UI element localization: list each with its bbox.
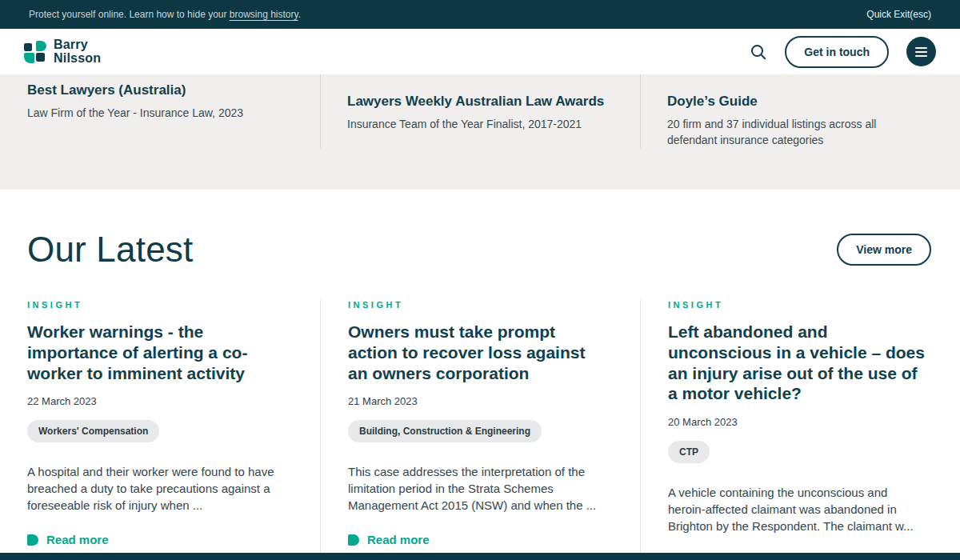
award-subtitle: Law Firm of the Year - Insurance Law, 20… [27,106,267,122]
privacy-message: Protect yourself online. Learn how to hi… [29,9,301,20]
bn-mark-icon [348,534,359,546]
article-title-link[interactable]: Left abandoned and unconscious in a vehi… [668,322,926,404]
article-tag[interactable]: CTP [668,441,710,463]
articles-row: INSIGHT Worker warnings - the importance… [0,300,960,560]
article-date: 21 March 2023 [348,395,606,407]
read-more-label: Read more [367,533,430,546]
award-item: Doyle’s Guide 20 firm and 37 individual … [640,74,960,190]
hamburger-menu-button[interactable] [906,37,936,66]
article-card: INSIGHT Owners must take prompt action t… [320,300,640,560]
header-actions: Get in touch [750,36,936,68]
article-excerpt: This case addresses the interpretation o… [348,463,604,514]
award-subtitle: Insurance Team of the Year Finalist, 201… [347,117,587,133]
read-more-link[interactable]: Read more [348,533,606,546]
article-kicker: INSIGHT [348,300,606,310]
article-title-link[interactable]: Owners must take prompt action to recove… [348,322,606,383]
article-title-link[interactable]: Worker warnings - the importance of aler… [27,322,286,383]
get-in-touch-button[interactable]: Get in touch [785,36,889,68]
award-title: Lawyers Weekly Australian Law Awards [347,94,608,110]
article-card: INSIGHT Left abandoned and unconscious i… [640,300,960,560]
read-more-label: Read more [46,533,109,546]
brand-name: Barry Nilsson [54,38,101,66]
awards-strip: Best Lawyers (Australia) Law Firm of the… [0,74,960,190]
article-excerpt: A hospital and their worker were found t… [27,463,283,514]
award-item: Lawyers Weekly Australian Law Awards Ins… [320,74,640,190]
privacy-message-suffix: . [298,9,301,20]
hamburger-icon [915,47,927,49]
article-kicker: INSIGHT [668,300,926,310]
article-card: INSIGHT Worker warnings - the importance… [0,300,320,560]
our-latest-section: Our Latest View more INSIGHT Worker warn… [0,190,960,560]
article-tag[interactable]: Building, Construction & Engineering [348,420,542,442]
bn-mark-icon [27,534,38,546]
site-header: Barry Nilsson Get in touch [0,29,960,74]
utility-bar: Protect yourself online. Learn how to hi… [0,0,960,29]
article-excerpt: A vehicle containing the unconscious and… [668,484,924,534]
barry-nilsson-logomark-icon [24,41,46,63]
search-icon [750,43,767,61]
article-tag[interactable]: Workers' Compensation [27,420,159,442]
article-kicker: INSIGHT [27,300,286,310]
article-date: 20 March 2023 [668,416,926,428]
browsing-history-link[interactable]: browsing history [230,9,298,20]
search-button[interactable] [750,43,767,61]
award-title: Best Lawyers (Australia) [27,82,288,98]
logo[interactable]: Barry Nilsson [24,38,101,66]
view-more-button[interactable]: View more [837,234,931,266]
footer-top-edge [0,553,960,560]
award-title: Doyle’s Guide [667,94,928,110]
quick-exit-button[interactable]: Quick Exit(esc) [866,9,931,20]
read-more-link[interactable]: Read more [27,533,286,546]
section-title: Our Latest [27,230,193,270]
article-date: 22 March 2023 [27,395,286,407]
award-subtitle: 20 firm and 37 individual listings acros… [667,117,907,148]
award-item: Best Lawyers (Australia) Law Firm of the… [0,74,320,190]
privacy-message-text: Protect yourself online. Learn how to hi… [29,9,230,20]
